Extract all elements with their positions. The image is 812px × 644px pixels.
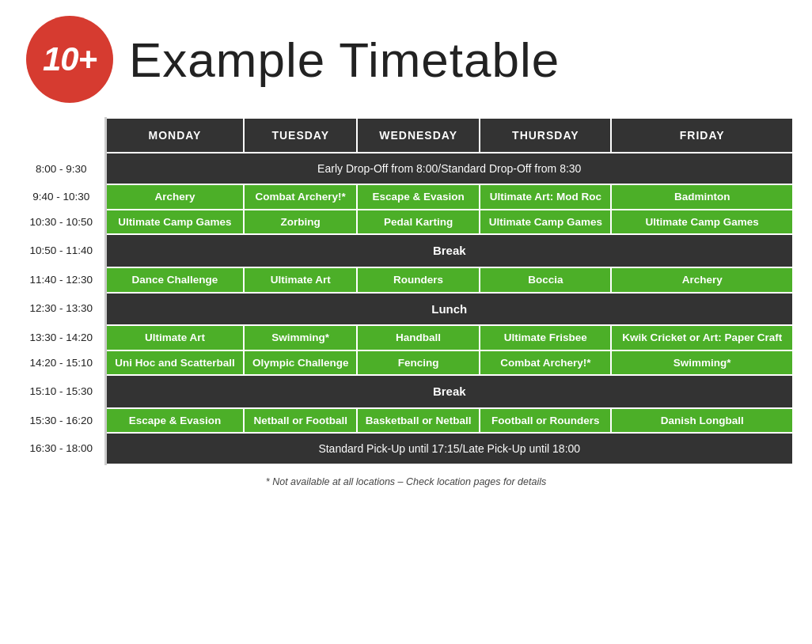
time-cell: 15:30 - 16:20	[18, 408, 105, 434]
activity-cell: Ultimate Art	[244, 267, 356, 293]
activity-cell: Escape & Evasion	[105, 408, 244, 434]
time-header	[18, 118, 105, 153]
activity-cell: Archery	[611, 267, 793, 293]
header-area: 10+ Example Timetable	[18, 16, 794, 103]
table-row: 12:30 - 13:30Lunch	[18, 293, 793, 326]
activity-cell: Ultimate Frisbee	[480, 325, 611, 350]
page-title: Example Timetable	[129, 32, 560, 88]
table-row: 8:00 - 9:30Early Drop-Off from 8:00/Stan…	[18, 153, 793, 184]
age-badge-text: 10+	[43, 40, 97, 78]
age-badge: 10+	[26, 16, 113, 103]
time-cell: 14:20 - 15:10	[18, 350, 105, 376]
activity-cell: Dance Challenge	[105, 267, 244, 293]
time-cell: 11:40 - 12:30	[18, 267, 105, 293]
header-row: MONDAY TUESDAY WEDNESDAY THURSDAY FRIDAY	[18, 118, 793, 153]
activity-cell: Zorbing	[244, 210, 356, 235]
span-cell: Break	[105, 375, 793, 408]
time-cell: 10:30 - 10:50	[18, 210, 105, 235]
activity-cell: Pedal Karting	[357, 210, 480, 235]
time-cell: 13:30 - 14:20	[18, 325, 105, 350]
table-row: 13:30 - 14:20Ultimate ArtSwimming*Handba…	[18, 325, 793, 350]
monday-header: MONDAY	[105, 118, 244, 153]
activity-cell: Ultimate Art: Mod Roc	[480, 184, 611, 210]
activity-cell: Combat Archery!*	[244, 184, 356, 210]
span-cell: Lunch	[105, 293, 793, 326]
table-row: 10:50 - 11:40Break	[18, 234, 793, 267]
time-cell: 10:50 - 11:40	[18, 234, 105, 267]
footer-note: * Not available at all locations – Check…	[18, 476, 794, 487]
activity-cell: Basketball or Netball	[357, 408, 480, 434]
span-cell: Break	[105, 234, 793, 267]
time-cell: 9:40 - 10:30	[18, 184, 105, 210]
table-row: 15:30 - 16:20Escape & EvasionNetball or …	[18, 408, 793, 434]
activity-cell: Ultimate Camp Games	[105, 210, 244, 235]
activity-cell: Danish Longball	[611, 408, 793, 434]
activity-cell: Combat Archery!*	[480, 350, 611, 376]
activity-cell: Ultimate Art	[105, 325, 244, 350]
tuesday-header: TUESDAY	[244, 118, 356, 153]
time-cell: 12:30 - 13:30	[18, 293, 105, 326]
span-cell: Early Drop-Off from 8:00/Standard Drop-O…	[105, 153, 793, 184]
time-cell: 16:30 - 18:00	[18, 433, 105, 464]
time-cell: 8:00 - 9:30	[18, 153, 105, 184]
thursday-header: THURSDAY	[480, 118, 611, 153]
activity-cell: Handball	[357, 325, 480, 350]
time-cell: 15:10 - 15:30	[18, 375, 105, 408]
table-row: 14:20 - 15:10Uni Hoc and ScatterballOlym…	[18, 350, 793, 376]
table-row: 11:40 - 12:30Dance ChallengeUltimate Art…	[18, 267, 793, 293]
activity-cell: Olympic Challenge	[244, 350, 356, 376]
activity-cell: Archery	[105, 184, 244, 210]
wednesday-header: WEDNESDAY	[357, 118, 480, 153]
activity-cell: Ultimate Camp Games	[480, 210, 611, 235]
table-row: 15:10 - 15:30Break	[18, 375, 793, 408]
table-row: 16:30 - 18:00Standard Pick-Up until 17:1…	[18, 433, 793, 464]
activity-cell: Fencing	[357, 350, 480, 376]
activity-cell: Escape & Evasion	[357, 184, 480, 210]
activity-cell: Boccia	[480, 267, 611, 293]
activity-cell: Swimming*	[244, 325, 356, 350]
span-cell: Standard Pick-Up until 17:15/Late Pick-U…	[105, 433, 793, 464]
timetable: MONDAY TUESDAY WEDNESDAY THURSDAY FRIDAY…	[18, 117, 794, 465]
page-wrapper: 10+ Example Timetable MONDAY TUESDAY WED…	[18, 16, 794, 487]
activity-cell: Rounders	[357, 267, 480, 293]
activity-cell: Badminton	[611, 184, 793, 210]
table-row: 10:30 - 10:50Ultimate Camp GamesZorbingP…	[18, 210, 793, 235]
activity-cell: Uni Hoc and Scatterball	[105, 350, 244, 376]
activity-cell: Netball or Football	[244, 408, 356, 434]
activity-cell: Ultimate Camp Games	[611, 210, 793, 235]
table-row: 9:40 - 10:30ArcheryCombat Archery!*Escap…	[18, 184, 793, 210]
activity-cell: Swimming*	[611, 350, 793, 376]
activity-cell: Football or Rounders	[480, 408, 611, 434]
friday-header: FRIDAY	[611, 118, 793, 153]
activity-cell: Kwik Cricket or Art: Paper Craft	[611, 325, 793, 350]
